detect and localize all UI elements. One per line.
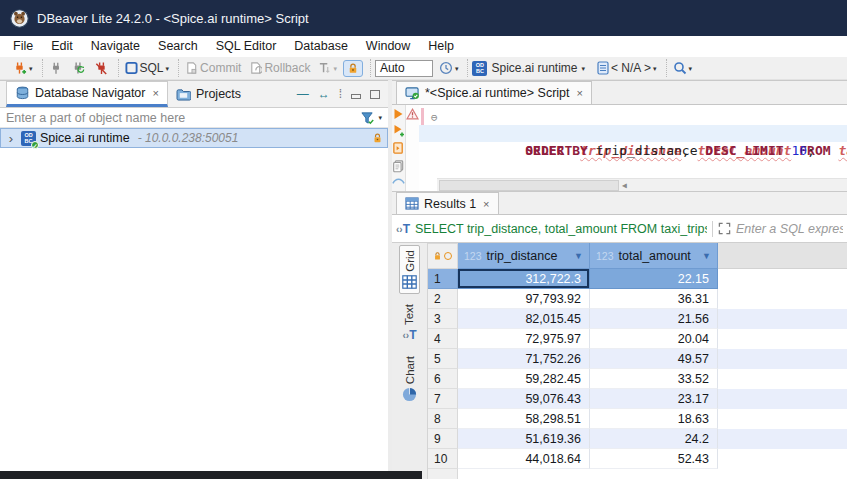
grid-cell[interactable]: 52.43 bbox=[590, 449, 718, 469]
transaction-mode-dropdown-icon[interactable]: ▾ bbox=[333, 65, 337, 72]
menu-search[interactable]: Search bbox=[149, 36, 207, 57]
connection-tree-item[interactable]: › ODBC✓ Spice.ai runtime - 10.0.0.238:50… bbox=[0, 128, 388, 148]
tab-projects[interactable]: Projects bbox=[168, 81, 249, 107]
grid-cell[interactable]: 51,619.36 bbox=[458, 429, 590, 449]
menu-navigate[interactable]: Navigate bbox=[82, 36, 149, 57]
disconnect-button[interactable] bbox=[92, 60, 111, 77]
transaction-log-button[interactable]: ▾ bbox=[437, 60, 461, 76]
row-number[interactable]: 1 bbox=[428, 269, 458, 289]
grid-cell[interactable]: 97,793.92 bbox=[458, 289, 590, 309]
connection-dropdown-icon[interactable]: ▾ bbox=[582, 65, 586, 72]
grid-cell[interactable]: 59,076.43 bbox=[458, 389, 590, 409]
navigator-filter-input[interactable]: Enter a part of object name here ▾ bbox=[0, 108, 388, 128]
auto-commit-combo[interactable]: Auto bbox=[375, 60, 433, 77]
sql-editor-button[interactable]: SQL ▾ bbox=[123, 60, 172, 76]
filter-funnel-icon[interactable] bbox=[360, 111, 375, 125]
execute-script-button[interactable] bbox=[392, 141, 405, 155]
row-number[interactable]: 5 bbox=[428, 349, 458, 369]
row-number[interactable]: 2 bbox=[428, 289, 458, 309]
new-connection-dropdown-icon[interactable]: ▾ bbox=[29, 65, 33, 72]
expand-filter-icon[interactable] bbox=[718, 222, 731, 235]
grid-cell[interactable]: 82,015.45 bbox=[458, 309, 590, 329]
search-dropdown-icon[interactable]: ▾ bbox=[689, 65, 693, 72]
reconnect-button[interactable] bbox=[69, 60, 88, 77]
scrollbar-thumb[interactable] bbox=[439, 180, 619, 191]
sql-editor-dropdown-icon[interactable]: ▾ bbox=[166, 65, 170, 72]
main-toolbar: ▾ SQL ▾ Commit bbox=[0, 57, 847, 80]
menu-sql-editor[interactable]: SQL Editor bbox=[207, 36, 286, 57]
search-button[interactable]: ▾ bbox=[671, 60, 695, 76]
results-view-tab-grid[interactable]: Grid bbox=[399, 245, 420, 294]
active-catalog-button[interactable]: < N/A > ▾ bbox=[595, 60, 659, 76]
tab-database-navigator[interactable]: Database Navigator × bbox=[6, 81, 168, 107]
grid-cell[interactable]: 20.04 bbox=[590, 329, 718, 349]
execute-script-alt-button[interactable] bbox=[392, 159, 405, 173]
minimize-view-icon[interactable]: — bbox=[297, 87, 309, 101]
rollback-button[interactable]: Rollback bbox=[247, 60, 312, 76]
grid-cell[interactable]: 36.31 bbox=[590, 289, 718, 309]
column-header-total-amount[interactable]: 123 total_amount ▼ bbox=[590, 243, 718, 269]
menu-file[interactable]: File bbox=[4, 36, 42, 57]
grid-cell[interactable]: 23.17 bbox=[590, 389, 718, 409]
minimize-panel-icon[interactable] bbox=[351, 94, 361, 99]
view-menu-icon[interactable]: ⁞ bbox=[339, 87, 342, 101]
execute-in-new-tab-button[interactable] bbox=[393, 124, 405, 137]
close-icon[interactable]: × bbox=[483, 198, 489, 210]
menu-edit[interactable]: Edit bbox=[42, 36, 82, 57]
sql-line-1[interactable]: ⊖ SELECT trip_distance, total_amount FRO… bbox=[419, 108, 847, 125]
tab-sql-script[interactable]: *<Spice.ai runtime> Script × bbox=[396, 81, 592, 104]
sql-code-area[interactable]: ⊖ SELECT trip_distance, total_amount FRO… bbox=[419, 105, 847, 191]
menu-window[interactable]: Window bbox=[357, 36, 419, 57]
grid-cell[interactable]: 18.63 bbox=[590, 409, 718, 429]
row-number[interactable]: 7 bbox=[428, 389, 458, 409]
grid-icon bbox=[402, 275, 417, 289]
row-number[interactable]: 6 bbox=[428, 369, 458, 389]
tab-results-1[interactable]: Results 1 × bbox=[396, 192, 499, 214]
active-connection-name[interactable]: Spice.ai runtime bbox=[491, 61, 577, 75]
row-number[interactable]: 10 bbox=[428, 449, 458, 469]
row-number[interactable]: 3 bbox=[428, 309, 458, 329]
row-number[interactable]: 4 bbox=[428, 329, 458, 349]
transaction-mode-button[interactable]: ▾ bbox=[316, 60, 339, 76]
grid-corner-cell[interactable] bbox=[428, 243, 458, 269]
grid-cell[interactable]: 59,282.45 bbox=[458, 369, 590, 389]
grid-cell[interactable]: 312,722.3 bbox=[458, 269, 590, 289]
menu-help[interactable]: Help bbox=[419, 36, 463, 57]
grid-cell[interactable]: 22.15 bbox=[590, 269, 718, 289]
maximize-panel-icon[interactable] bbox=[370, 90, 380, 99]
grid-cell[interactable]: 21.56 bbox=[590, 309, 718, 329]
editor-horizontal-scrollbar[interactable]: ◀ bbox=[437, 178, 847, 191]
filter-dropdown-icon[interactable]: ▾ bbox=[378, 114, 382, 121]
scroll-left-icon[interactable]: ◀ bbox=[622, 177, 627, 194]
new-connection-button[interactable]: ▾ bbox=[10, 60, 35, 77]
menu-database[interactable]: Database bbox=[285, 36, 357, 57]
connect-button[interactable] bbox=[47, 60, 65, 77]
close-icon[interactable]: × bbox=[577, 87, 583, 99]
results-view-tab-chart[interactable]: Chart bbox=[400, 352, 419, 406]
connection-lock-toggle[interactable] bbox=[343, 60, 363, 77]
execute-statement-button[interactable] bbox=[393, 108, 404, 120]
fold-collapse-icon[interactable]: ⊖ bbox=[431, 109, 438, 126]
grid-cell[interactable]: 49.57 bbox=[590, 349, 718, 369]
catalog-dropdown-icon[interactable]: ▾ bbox=[653, 65, 657, 72]
close-icon[interactable]: × bbox=[152, 87, 158, 99]
results-view-tab-text[interactable]: Text ‹›T bbox=[400, 300, 418, 346]
grid-cell[interactable]: 33.52 bbox=[590, 369, 718, 389]
row-number[interactable]: 8 bbox=[428, 409, 458, 429]
explain-plan-button[interactable] bbox=[392, 177, 405, 185]
sort-indicator-icon[interactable]: ▼ bbox=[694, 251, 711, 261]
sql-expression-input[interactable]: Enter a SQL expression to bbox=[736, 222, 843, 236]
expand-chevron-icon[interactable]: › bbox=[5, 131, 17, 146]
grid-cell[interactable]: 24.2 bbox=[590, 429, 718, 449]
grid-cell[interactable]: 72,975.97 bbox=[458, 329, 590, 349]
grid-cell[interactable]: 71,752.26 bbox=[458, 349, 590, 369]
sql-line-2[interactable]: ORDER BY trip_distance DESC LIMIT 10; bbox=[419, 125, 847, 142]
column-header-trip-distance[interactable]: 123 trip_distance ▼ bbox=[458, 243, 590, 269]
row-number[interactable]: 9 bbox=[428, 429, 458, 449]
grid-cell[interactable]: 58,298.51 bbox=[458, 409, 590, 429]
sort-indicator-icon[interactable]: ▼ bbox=[566, 251, 583, 261]
commit-button[interactable]: Commit bbox=[183, 60, 243, 76]
grid-cell[interactable]: 44,018.64 bbox=[458, 449, 590, 469]
link-with-editor-icon[interactable]: ↔ bbox=[318, 87, 330, 101]
transaction-log-dropdown-icon[interactable]: ▾ bbox=[455, 65, 459, 72]
